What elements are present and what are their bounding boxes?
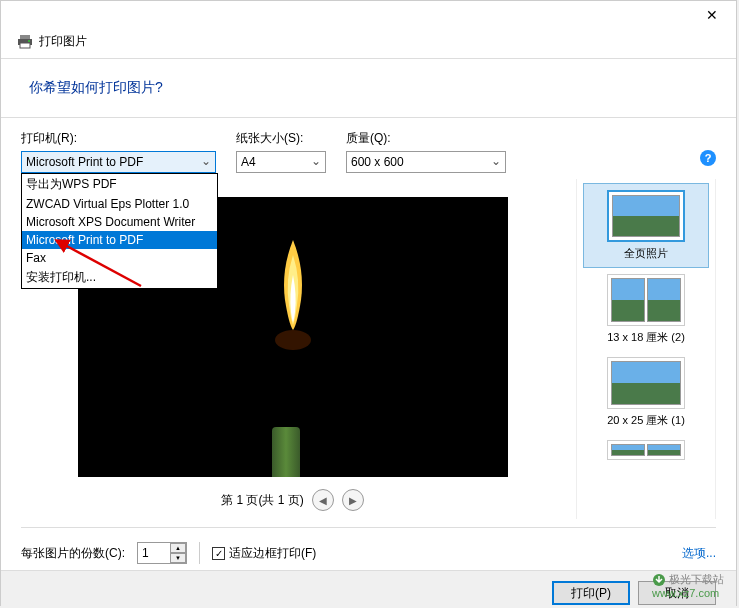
banner: 你希望如何打印图片? xyxy=(1,58,736,118)
download-icon xyxy=(652,573,666,587)
printer-dropdown[interactable]: Microsoft Print to PDF 导出为WPS PDF ZWCAD … xyxy=(21,151,216,173)
layout-label-13x18: 13 x 18 厘米 (2) xyxy=(607,330,685,345)
fit-frame-label: 适应边框打印(F) xyxy=(229,545,316,562)
layout-13x18[interactable]: 13 x 18 厘米 (2) xyxy=(583,268,709,351)
printer-group: 打印机(R): Microsoft Print to PDF 导出为WPS PD… xyxy=(21,130,216,173)
paper-group: 纸张大小(S): A4 xyxy=(236,130,326,173)
layouts-pane[interactable]: 全页照片 13 x 18 厘米 (2) 20 x 25 厘米 (1) xyxy=(576,179,716,519)
layout-20x25[interactable]: 20 x 25 厘米 (1) xyxy=(583,351,709,434)
svg-point-4 xyxy=(275,330,311,350)
watermark: 极光下载站 www.xz7.com xyxy=(652,572,724,599)
next-page-button[interactable]: ▶ xyxy=(342,489,364,511)
bottom-controls: 每张图片的份数(C): 1 ▲ ▼ ✓ 适应边框打印(F) 选项... xyxy=(1,536,736,570)
page-info-row: 第 1 页(共 1 页) ◀ ▶ xyxy=(221,489,364,511)
page-info-text: 第 1 页(共 1 页) xyxy=(221,492,304,509)
printer-option-zwcad[interactable]: ZWCAD Virtual Eps Plotter 1.0 xyxy=(22,195,217,213)
printer-option-install[interactable]: 安装打印机... xyxy=(22,267,217,288)
layout-thumb-full xyxy=(607,190,685,242)
layout-thumb-20x25 xyxy=(607,357,685,409)
paper-dropdown[interactable]: A4 xyxy=(236,151,326,173)
layout-partial[interactable] xyxy=(583,434,709,466)
printer-option-fax[interactable]: Fax xyxy=(22,249,217,267)
spinner-buttons: ▲ ▼ xyxy=(170,543,186,563)
paper-label: 纸张大小(S): xyxy=(236,130,326,147)
divider xyxy=(21,527,716,528)
banner-question: 你希望如何打印图片? xyxy=(29,79,708,97)
quality-label: 质量(Q): xyxy=(346,130,506,147)
copies-label: 每张图片的份数(C): xyxy=(21,545,125,562)
button-bar: 打印(P) 取消 xyxy=(1,570,736,608)
layout-label-20x25: 20 x 25 厘米 (1) xyxy=(607,413,685,428)
candle-flame-icon xyxy=(263,230,323,360)
printer-option-pdf[interactable]: Microsoft Print to PDF xyxy=(22,231,217,249)
watermark-site: www.xz7.com xyxy=(652,587,719,599)
watermark-brand: 极光下载站 xyxy=(669,573,724,585)
quality-dropdown[interactable]: 600 x 600 xyxy=(346,151,506,173)
svg-rect-2 xyxy=(20,43,30,48)
close-button[interactable]: ✕ xyxy=(692,3,732,27)
controls-row: 打印机(R): Microsoft Print to PDF 导出为WPS PD… xyxy=(1,118,736,179)
quality-dropdown-value: 600 x 600 xyxy=(351,155,404,169)
spinner-down-button[interactable]: ▼ xyxy=(170,553,186,563)
layout-thumb-13x18 xyxy=(607,274,685,326)
spinner-up-button[interactable]: ▲ xyxy=(170,543,186,553)
copies-spinner[interactable]: 1 ▲ ▼ xyxy=(137,542,187,564)
printer-option-xps[interactable]: Microsoft XPS Document Writer xyxy=(22,213,217,231)
layout-thumb-partial xyxy=(607,440,685,460)
thumb-image xyxy=(611,278,645,322)
help-icon[interactable]: ? xyxy=(700,150,716,166)
copies-value: 1 xyxy=(142,546,149,560)
fit-frame-checkbox-wrap[interactable]: ✓ 适应边框打印(F) xyxy=(212,545,316,562)
svg-point-3 xyxy=(28,40,30,42)
print-button[interactable]: 打印(P) xyxy=(552,581,630,605)
dialog-header: 打印图片 xyxy=(1,29,736,58)
prev-page-button[interactable]: ◀ xyxy=(312,489,334,511)
paper-dropdown-value: A4 xyxy=(241,155,256,169)
printer-option-wps[interactable]: 导出为WPS PDF xyxy=(22,174,217,195)
thumb-image xyxy=(612,195,680,237)
options-link[interactable]: 选项... xyxy=(682,545,716,562)
dialog-title: 打印图片 xyxy=(39,33,87,50)
svg-rect-0 xyxy=(20,35,30,39)
quality-group: 质量(Q): 600 x 600 xyxy=(346,130,506,173)
layout-label-full: 全页照片 xyxy=(624,246,668,261)
titlebar: ✕ xyxy=(1,1,736,29)
vertical-divider xyxy=(199,542,200,564)
candle-body xyxy=(272,427,300,477)
thumb-image xyxy=(647,444,681,456)
printer-dropdown-list: 导出为WPS PDF ZWCAD Virtual Eps Plotter 1.0… xyxy=(21,173,218,289)
printer-dropdown-value: Microsoft Print to PDF xyxy=(26,155,143,169)
printer-icon xyxy=(17,34,33,50)
thumb-image xyxy=(611,444,645,456)
fit-frame-checkbox[interactable]: ✓ xyxy=(212,547,225,560)
layout-full-page[interactable]: 全页照片 xyxy=(583,183,709,268)
printer-label: 打印机(R): xyxy=(21,130,216,147)
thumb-image xyxy=(647,278,681,322)
print-dialog-window: ✕ 打印图片 你希望如何打印图片? 打印机(R): Microsoft Prin… xyxy=(0,0,737,606)
thumb-image xyxy=(611,361,681,405)
